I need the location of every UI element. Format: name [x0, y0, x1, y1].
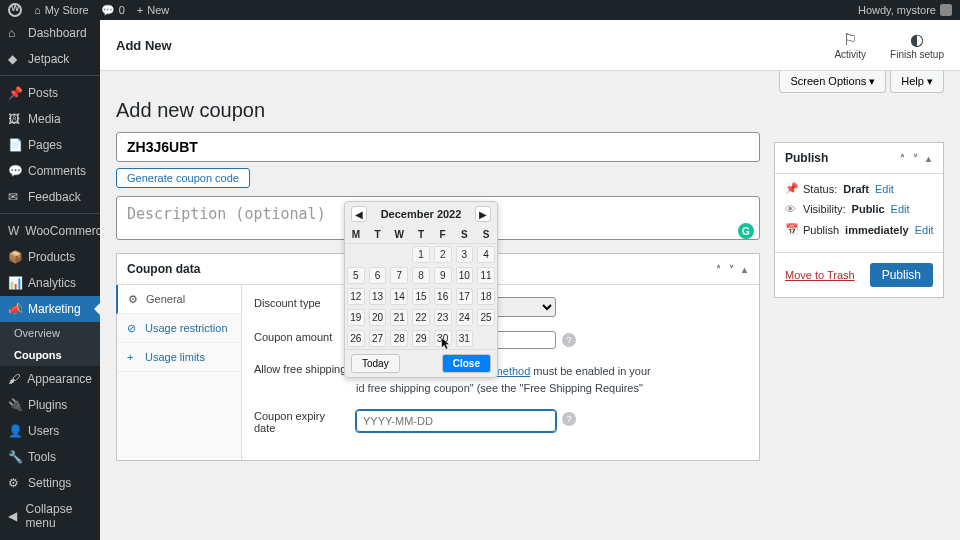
- move-to-trash-link[interactable]: Move to Trash: [785, 269, 855, 281]
- datepicker-day[interactable]: 7: [390, 267, 408, 284]
- sidebar-item-jetpack[interactable]: ◆Jetpack: [0, 46, 100, 72]
- publish-button[interactable]: Publish: [870, 263, 933, 287]
- sidebar-item-label: Feedback: [28, 190, 81, 204]
- coupon-tab-general[interactable]: ⚙General: [116, 285, 241, 314]
- sidebar-item-marketing[interactable]: 📣Marketing: [0, 296, 100, 322]
- new-link[interactable]: + New: [137, 4, 169, 16]
- generate-coupon-button[interactable]: Generate coupon code: [116, 168, 250, 188]
- datepicker-day[interactable]: 3: [456, 246, 474, 263]
- howdy-text: Howdy, mystore: [858, 4, 936, 16]
- publish-collapse-caret[interactable]: ▴: [924, 153, 933, 164]
- help-tab[interactable]: Help ▾: [890, 71, 944, 93]
- sidebar-item-label: Appearance: [27, 372, 92, 386]
- visibility-label: Visibility:: [803, 203, 846, 215]
- datepicker-day[interactable]: 13: [369, 288, 387, 305]
- publish-up-caret[interactable]: ˄: [898, 153, 907, 164]
- datepicker-next-button[interactable]: ▶: [475, 206, 491, 222]
- datepicker-day[interactable]: 9: [434, 267, 452, 284]
- help-icon[interactable]: ?: [562, 333, 576, 347]
- datepicker-today-button[interactable]: Today: [351, 354, 400, 373]
- panel-up-caret[interactable]: ˄: [714, 264, 723, 275]
- datepicker-day[interactable]: 27: [369, 330, 387, 347]
- panel-collapse-caret[interactable]: ▴: [740, 264, 749, 275]
- datepicker-day[interactable]: 10: [456, 267, 474, 284]
- sidebar-item-tools[interactable]: 🔧Tools: [0, 444, 100, 470]
- page-heading: Add new coupon: [116, 99, 944, 122]
- pin-icon: 📌: [785, 182, 797, 195]
- sidebar-item-products[interactable]: 📦Products: [0, 244, 100, 270]
- page-header-title: Add New: [116, 38, 172, 53]
- coupon-code-input[interactable]: [116, 132, 760, 162]
- expiry-date-input[interactable]: [356, 410, 556, 432]
- sidebar-item-analytics[interactable]: 📊Analytics: [0, 270, 100, 296]
- comments-bubble[interactable]: 💬 0: [101, 4, 125, 17]
- free-shipping-label: Allow free shipping: [254, 363, 348, 375]
- datepicker-day[interactable]: 11: [477, 267, 495, 284]
- site-name-link[interactable]: ⌂ My Store: [34, 4, 89, 16]
- sidebar-item-settings[interactable]: ⚙Settings: [0, 470, 100, 496]
- datepicker-day[interactable]: 19: [347, 309, 365, 326]
- datepicker-day[interactable]: 28: [390, 330, 408, 347]
- datepicker-day[interactable]: 6: [369, 267, 387, 284]
- datepicker-day[interactable]: 24: [456, 309, 474, 326]
- datepicker-day[interactable]: 12: [347, 288, 365, 305]
- datepicker-day[interactable]: 1: [412, 246, 430, 263]
- datepicker-day[interactable]: 18: [477, 288, 495, 305]
- help-icon[interactable]: ?: [562, 412, 576, 426]
- sidebar-item-plugins[interactable]: 🔌Plugins: [0, 392, 100, 418]
- sidebar-item-feedback[interactable]: ✉Feedback: [0, 184, 100, 210]
- sidebar-item-comments[interactable]: 💬Comments: [0, 158, 100, 184]
- datepicker-day[interactable]: 2: [434, 246, 452, 263]
- menu-icon: 💬: [8, 164, 22, 178]
- coupon-tab-usage-limits[interactable]: +Usage limits: [117, 343, 241, 372]
- collapse-menu[interactable]: ◀Collapse menu: [0, 496, 100, 536]
- tab-icon: ⊘: [127, 322, 139, 334]
- datepicker-day[interactable]: 23: [434, 309, 452, 326]
- datepicker-day[interactable]: 21: [390, 309, 408, 326]
- mouse-cursor: [441, 338, 451, 350]
- publish-when-edit-link[interactable]: Edit: [915, 224, 934, 236]
- publish-down-caret[interactable]: ˅: [911, 153, 920, 164]
- datepicker-day[interactable]: 15: [412, 288, 430, 305]
- wp-logo[interactable]: [8, 3, 22, 17]
- sidebar-item-dashboard[interactable]: ⌂Dashboard: [0, 20, 100, 46]
- datepicker-day[interactable]: 20: [369, 309, 387, 326]
- menu-icon: 🖼: [8, 112, 22, 126]
- screen-options-tab[interactable]: Screen Options ▾: [779, 71, 886, 93]
- submenu-item-coupons[interactable]: Coupons: [0, 344, 100, 366]
- datepicker-day[interactable]: 17: [456, 288, 474, 305]
- sidebar-item-label: Settings: [28, 476, 71, 490]
- datepicker-day[interactable]: 5: [347, 267, 365, 284]
- new-label: New: [147, 4, 169, 16]
- datepicker-day[interactable]: 31: [456, 330, 474, 347]
- finish-setup-button[interactable]: ◐ Finish setup: [890, 30, 944, 60]
- sidebar-item-woocommerce[interactable]: WWooCommerce: [0, 218, 100, 244]
- sidebar-item-posts[interactable]: 📌Posts: [0, 80, 100, 106]
- datepicker-day[interactable]: 16: [434, 288, 452, 305]
- sidebar-item-media[interactable]: 🖼Media: [0, 106, 100, 132]
- howdy-link[interactable]: Howdy, mystore: [858, 4, 952, 16]
- datepicker-day[interactable]: 4: [477, 246, 495, 263]
- datepicker-day[interactable]: 22: [412, 309, 430, 326]
- datepicker-day[interactable]: 26: [347, 330, 365, 347]
- grammarly-icon[interactable]: G: [738, 223, 754, 239]
- activity-button[interactable]: ⚐ Activity: [834, 30, 866, 60]
- datepicker-close-button[interactable]: Close: [442, 354, 491, 373]
- calendar-icon: 📅: [785, 223, 797, 236]
- menu-icon: ⚙: [8, 476, 22, 490]
- submenu-item-overview[interactable]: Overview: [0, 322, 100, 344]
- coupon-tab-usage-restriction[interactable]: ⊘Usage restriction: [117, 314, 241, 343]
- panel-down-caret[interactable]: ˅: [727, 264, 736, 275]
- datepicker-day[interactable]: 29: [412, 330, 430, 347]
- datepicker-day[interactable]: 14: [390, 288, 408, 305]
- expiry-label: Coupon expiry date: [254, 410, 348, 434]
- sidebar-item-users[interactable]: 👤Users: [0, 418, 100, 444]
- datepicker-dow: S: [475, 226, 497, 244]
- sidebar-item-pages[interactable]: 📄Pages: [0, 132, 100, 158]
- visibility-edit-link[interactable]: Edit: [891, 203, 910, 215]
- datepicker-day[interactable]: 25: [477, 309, 495, 326]
- datepicker-day[interactable]: 8: [412, 267, 430, 284]
- status-edit-link[interactable]: Edit: [875, 183, 894, 195]
- datepicker-prev-button[interactable]: ◀: [351, 206, 367, 222]
- sidebar-item-appearance[interactable]: 🖌Appearance: [0, 366, 100, 392]
